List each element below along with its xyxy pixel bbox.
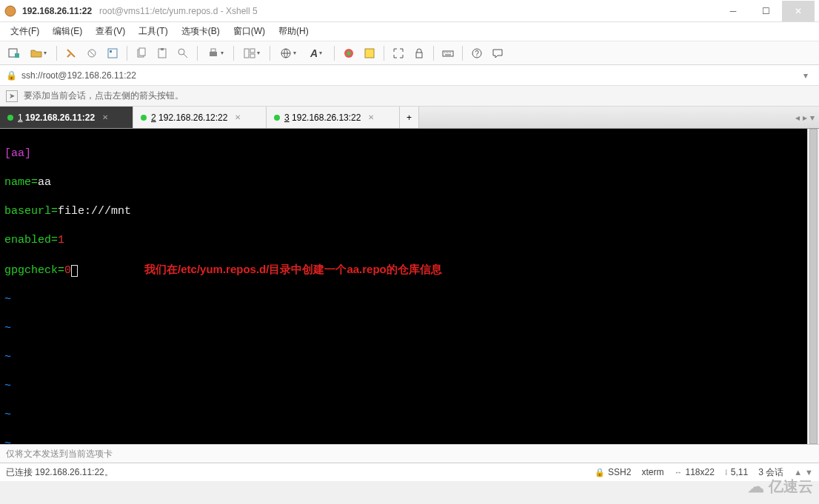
address-dropdown-icon[interactable]: ▾: [798, 70, 813, 81]
window-title-sub: root@vms11:/etc/yum.repos.d - Xshell 5: [99, 6, 258, 16]
svg-text:?: ?: [475, 50, 479, 58]
svg-rect-5: [110, 50, 112, 53]
maximize-button[interactable]: ☐: [749, 1, 782, 21]
term-val: 1: [58, 234, 64, 246]
tab-label: 192.168.26.11:22: [25, 112, 95, 123]
svg-point-0: [5, 6, 16, 16]
title-bar: 192.168.26.11:22 root@vms11:/etc/yum.rep…: [0, 0, 819, 22]
svg-point-10: [178, 49, 184, 55]
term-key: gpgcheck=: [4, 264, 64, 277]
menu-edit[interactable]: 编辑(E): [48, 23, 87, 40]
cursor-icon: [71, 265, 78, 277]
term-val: 0: [64, 264, 71, 277]
tab-3[interactable]: 3 192.168.26.13:22 ✕: [267, 107, 400, 128]
tab-close-icon[interactable]: ✕: [368, 113, 374, 121]
menu-view[interactable]: 查看(V): [91, 23, 130, 40]
tab-label: 192.168.26.12:22: [158, 112, 227, 123]
size-icon: ↔: [674, 468, 682, 477]
terminal-area: [aa] name=aa baseurl=file:///mnt enabled…: [0, 129, 819, 444]
status-size: 118x22: [685, 467, 714, 477]
layout-icon[interactable]: ▾: [238, 44, 265, 63]
menu-file[interactable]: 文件(F): [6, 23, 44, 40]
copy-icon[interactable]: [132, 44, 151, 63]
status-cursor: 5,11: [731, 467, 748, 477]
svg-rect-7: [139, 48, 145, 56]
add-session-icon[interactable]: ➤: [6, 90, 18, 102]
tab-close-icon[interactable]: ✕: [235, 113, 241, 121]
find-icon[interactable]: [173, 44, 193, 63]
term-key: name=: [4, 176, 38, 189]
svg-rect-14: [250, 49, 255, 53]
tab-prev-icon[interactable]: ◂: [795, 112, 800, 123]
scrollbar[interactable]: [807, 129, 819, 444]
disconnect-icon[interactable]: [82, 44, 101, 63]
tab-number: 1: [18, 112, 23, 123]
svg-rect-21: [443, 51, 453, 56]
tab-bar: 1 192.168.26.11:22 ✕ 2 192.168.26.12:22 …: [0, 107, 819, 129]
status-sessions: 3 会话: [758, 466, 783, 479]
tilde-line: ~: [4, 292, 803, 307]
fullscreen-icon[interactable]: [389, 44, 408, 63]
term-key: baseurl=: [4, 205, 58, 218]
feedback-icon[interactable]: [488, 44, 507, 63]
svg-rect-11: [210, 52, 217, 56]
open-session-icon[interactable]: ▾: [25, 44, 52, 63]
address-bar[interactable]: 🔒 ssh://root@192.168.26.11:22 ▾: [0, 65, 819, 86]
tab-number: 3: [284, 112, 290, 123]
properties-icon[interactable]: [103, 44, 122, 63]
menu-help[interactable]: 帮助(H): [274, 23, 313, 40]
term-section: [aa]: [4, 147, 31, 160]
encoding-icon[interactable]: ▾: [275, 44, 301, 63]
close-button[interactable]: ✕: [782, 1, 815, 21]
color-scheme-icon[interactable]: [339, 44, 358, 63]
keyboard-icon[interactable]: [438, 44, 458, 63]
tab-close-icon[interactable]: ✕: [102, 113, 108, 121]
tab-2[interactable]: 2 192.168.26.12:22 ✕: [133, 107, 267, 128]
send-placeholder: 仅将文本发送到当前选项卡: [6, 448, 113, 460]
menu-tools[interactable]: 工具(T): [134, 23, 172, 40]
menu-tabs[interactable]: 选项卡(B): [177, 23, 224, 40]
down-arrow-icon[interactable]: ▼: [805, 468, 813, 477]
tab-nav: ◂ ▸ ▾: [791, 107, 819, 128]
hint-bar: ➤ 要添加当前会话，点击左侧的箭头按钮。: [0, 86, 819, 107]
minimize-button[interactable]: ─: [717, 1, 749, 21]
paste-icon[interactable]: [153, 44, 172, 63]
font-icon[interactable]: A▾: [303, 44, 330, 63]
help-icon[interactable]: ?: [467, 44, 487, 63]
lock-icon[interactable]: [410, 44, 429, 63]
terminal[interactable]: [aa] name=aa baseurl=file:///mnt enabled…: [0, 129, 807, 444]
status-term-type: xterm: [641, 467, 663, 477]
svg-rect-9: [161, 48, 164, 50]
status-dot-icon: [141, 115, 147, 121]
hint-text: 要添加当前会话，点击左侧的箭头按钮。: [24, 90, 184, 102]
tilde-line: ~: [4, 437, 803, 445]
print-icon[interactable]: ▾: [202, 44, 229, 63]
tab-add-button[interactable]: +: [400, 107, 419, 128]
tab-next-icon[interactable]: ▸: [803, 112, 807, 123]
tab-list-icon[interactable]: ▾: [810, 112, 815, 123]
tab-label: 192.168.26.13:22: [292, 112, 361, 123]
tilde-line: ~: [4, 350, 803, 365]
term-val: file:///mnt: [58, 205, 131, 218]
reconnect-icon[interactable]: [61, 44, 81, 63]
address-text: ssh://root@192.168.26.11:22: [21, 70, 136, 81]
window-title-main: 192.168.26.11:22: [22, 6, 92, 16]
tab-1[interactable]: 1 192.168.26.11:22 ✕: [0, 107, 133, 128]
svg-rect-15: [250, 54, 255, 58]
send-to-all-bar[interactable]: 仅将文本发送到当前选项卡: [0, 444, 819, 463]
svg-rect-4: [108, 49, 117, 58]
scrollbar-thumb[interactable]: [809, 129, 818, 444]
status-dot-icon: [274, 115, 280, 121]
svg-rect-19: [365, 49, 374, 58]
term-val: aa: [38, 176, 51, 189]
menu-window[interactable]: 窗口(W): [229, 23, 270, 40]
app-icon: [4, 5, 16, 17]
terminal-annotation: 我们在/etc/yum.repos.d/目录中创建一个aa.repo的仓库信息: [144, 263, 442, 275]
status-dot-icon: [7, 115, 13, 121]
svg-rect-13: [244, 49, 249, 58]
svg-rect-20: [416, 53, 422, 58]
new-session-icon[interactable]: [4, 44, 24, 63]
script-icon[interactable]: [360, 44, 379, 63]
up-arrow-icon[interactable]: ▲: [794, 468, 802, 477]
status-connection: 已连接 192.168.26.11:22。: [6, 466, 113, 479]
